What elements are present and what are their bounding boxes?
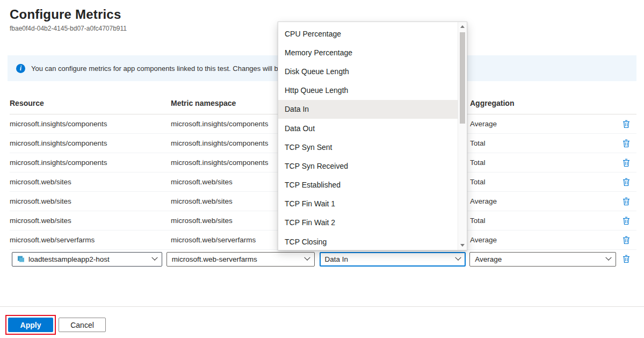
dropdown-option-label: Http Queue Length [285, 86, 348, 95]
cell-aggregation: Average [470, 197, 616, 205]
dropdown-option[interactable]: TCP Closing [278, 232, 458, 251]
dropdown-option[interactable]: Disk Queue Length [278, 62, 458, 81]
cell-aggregation: Average [470, 236, 616, 244]
dropdown-option[interactable]: Http Queue Length [278, 81, 458, 100]
dropdown-option-label: CPU Percentage [285, 30, 341, 38]
dropdown-option-label: TCP Closing [285, 238, 327, 246]
scrollbar-thumb[interactable] [460, 32, 465, 124]
edit-metric-row: loadtestsampleapp2-host microsoft.web-se… [10, 250, 636, 268]
chevron-down-icon [151, 255, 157, 261]
trash-icon [623, 178, 630, 186]
dropdown-option-label: TCP Established [285, 181, 341, 189]
metric-namespace-select-value: microsoft.web-serverfarms [172, 255, 301, 263]
trash-icon [623, 236, 630, 244]
trash-icon [623, 217, 630, 225]
dropdown-scrollbar[interactable] [458, 22, 467, 250]
trash-icon [623, 197, 630, 206]
scrollbar-up-arrow-icon[interactable] [458, 22, 467, 31]
aggregation-select-value: Average [475, 255, 603, 263]
chevron-down-icon [605, 255, 611, 261]
cell-resource: microsoft.web/sites [10, 217, 171, 225]
dropdown-option-label: Disk Queue Length [285, 67, 349, 76]
dropdown-option[interactable]: TCP Syn Sent [278, 138, 458, 156]
dropdown-option[interactable]: TCP Fin Wait 2 [278, 213, 458, 232]
delete-row-button[interactable] [621, 177, 631, 188]
cancel-button[interactable]: Cancel [59, 318, 106, 332]
delete-row-button[interactable] [621, 119, 631, 130]
trash-icon [623, 139, 630, 148]
delete-row-button[interactable] [621, 215, 631, 226]
chevron-down-icon [304, 255, 310, 261]
dropdown-option-label: Data Out [285, 124, 315, 133]
apply-annotation-highlight: Apply [5, 315, 56, 335]
dropdown-option-label: TCP Fin Wait 1 [285, 199, 335, 208]
resource-select-value: loadtestsampleapp2-host [28, 255, 149, 263]
cell-aggregation: Total [470, 159, 616, 167]
cell-resource: microsoft.insights/components [10, 159, 171, 167]
delete-row-button[interactable] [621, 235, 631, 246]
cell-aggregation: Total [470, 139, 616, 147]
metric-select[interactable]: Data In [320, 252, 466, 267]
dropdown-option[interactable]: TCP Syn Received [278, 156, 458, 175]
footer: Apply Cancel [5, 315, 106, 335]
cell-resource: microsoft.web/sites [10, 197, 171, 205]
dropdown-option-label: TCP Fin Wait 2 [285, 218, 335, 227]
metric-namespace-select[interactable]: microsoft.web-serverfarms [167, 252, 315, 267]
dropdown-option[interactable]: CPU Percentage [278, 24, 458, 43]
column-header-aggregation: Aggregation [470, 99, 616, 114]
info-icon [16, 64, 25, 73]
delete-row-button[interactable] [621, 157, 631, 168]
cell-resource: microsoft.insights/components [10, 120, 171, 128]
dropdown-option-label: Data In [285, 105, 309, 113]
trash-icon [623, 255, 630, 263]
delete-row-button[interactable] [621, 254, 631, 264]
dropdown-option[interactable]: Memory Percentage [278, 43, 458, 62]
chevron-down-icon [455, 255, 461, 261]
footer-divider [0, 306, 644, 307]
metric-dropdown-list: CPU Percentage Memory Percentage Disk Qu… [278, 21, 467, 250]
cell-resource: microsoft.web/serverfarms [10, 236, 171, 244]
cell-aggregation: Total [470, 217, 616, 225]
dropdown-option[interactable]: Data Out [278, 119, 458, 138]
dropdown-option[interactable]: Data In [278, 100, 458, 119]
dropdown-option-label: TCP Syn Sent [285, 143, 332, 152]
cell-resource: microsoft.insights/components [10, 139, 171, 147]
cell-resource: microsoft.web/sites [10, 178, 171, 186]
app-service-plan-icon [17, 255, 25, 263]
scrollbar-down-arrow-icon[interactable] [458, 241, 467, 250]
column-header-actions [616, 107, 636, 114]
dropdown-option[interactable]: TCP Fin Wait 1 [278, 195, 458, 213]
trash-icon [623, 159, 630, 167]
aggregation-select[interactable]: Average [469, 252, 616, 267]
metric-select-value: Data In [325, 255, 453, 263]
dropdown-option-label: TCP Syn Received [285, 162, 348, 170]
column-header-resource: Resource [10, 99, 171, 114]
dropdown-options: CPU Percentage Memory Percentage Disk Qu… [278, 22, 458, 251]
delete-row-button[interactable] [621, 196, 631, 207]
dropdown-option[interactable]: TCP Established [278, 176, 458, 195]
page-title: Configure Metrics [10, 6, 634, 23]
dropdown-option-label: Memory Percentage [285, 48, 352, 57]
apply-button[interactable]: Apply [8, 318, 53, 332]
cell-aggregation: Total [470, 178, 616, 186]
resource-select[interactable]: loadtestsampleapp2-host [12, 252, 162, 267]
cell-aggregation: Average [470, 120, 616, 128]
delete-row-button[interactable] [621, 138, 631, 149]
trash-icon [623, 120, 630, 128]
